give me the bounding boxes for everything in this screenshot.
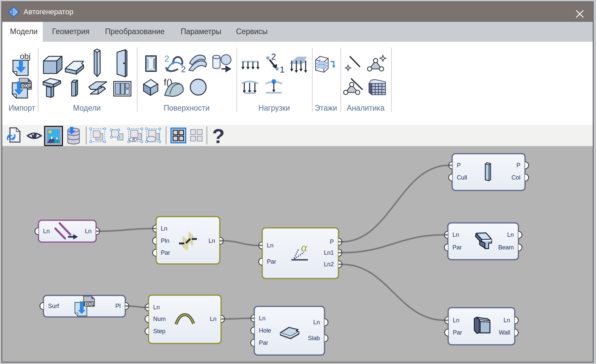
svg-text:Аналитика: Аналитика	[347, 104, 385, 112]
svg-text:Нагрузки: Нагрузки	[258, 104, 290, 112]
svg-text:Ln: Ln	[43, 228, 50, 234]
svg-text:Этажи: Этажи	[315, 104, 337, 112]
svg-text:Par: Par	[161, 249, 170, 256]
svg-text:Beam: Beam	[498, 244, 514, 251]
svg-text:Cull: Cull	[457, 174, 467, 181]
svg-text:Ln: Ln	[210, 316, 216, 322]
svg-text:P: P	[516, 162, 520, 169]
svg-text:P: P	[457, 162, 461, 169]
svg-text:Slab: Slab	[308, 335, 320, 341]
svg-text:Col: Col	[511, 174, 520, 181]
svg-text:α: α	[301, 241, 308, 254]
svg-text:Par: Par	[453, 329, 462, 336]
svg-text:Pl: Pl	[115, 303, 121, 309]
svg-text:Ln: Ln	[453, 317, 459, 324]
svg-text:Ln: Ln	[153, 304, 160, 311]
svg-text:Ln: Ln	[452, 232, 459, 238]
svg-text:Hole: Hole	[259, 327, 271, 334]
svg-text:Ln: Ln	[161, 225, 167, 232]
svg-text:Ln: Ln	[507, 232, 514, 238]
svg-text:2: 2	[181, 64, 186, 74]
svg-text:Модели: Модели	[73, 104, 100, 112]
svg-text:Wall: Wall	[499, 329, 510, 336]
svg-text:1: 1	[280, 65, 284, 75]
svg-text:Ln: Ln	[504, 317, 510, 324]
svg-text:Ln: Ln	[267, 242, 273, 249]
svg-text:Surf: Surf	[48, 303, 59, 309]
svg-text:DXF: DXF	[21, 83, 31, 88]
svg-text:P: P	[330, 238, 334, 245]
svg-text:Ln: Ln	[209, 237, 215, 244]
svg-text:DXF: DXF	[85, 301, 94, 307]
svg-text:obj: obj	[20, 52, 30, 61]
svg-text:Ln: Ln	[259, 315, 266, 322]
svg-text:Поверхности: Поверхности	[164, 104, 209, 112]
svg-text:2: 2	[271, 52, 276, 62]
svg-text:Par: Par	[452, 244, 462, 251]
svg-text:?: ?	[212, 125, 225, 146]
svg-text:Ln2: Ln2	[324, 261, 334, 268]
svg-text:Ln1: Ln1	[324, 249, 334, 256]
svg-text:Импорт: Импорт	[9, 104, 35, 112]
svg-text:Num: Num	[153, 316, 166, 322]
svg-text:Step: Step	[153, 328, 165, 335]
svg-text:Par: Par	[267, 258, 276, 265]
svg-text:2: 2	[164, 54, 169, 64]
svg-text:Ln: Ln	[313, 319, 320, 326]
svg-text:Ln: Ln	[85, 228, 91, 234]
svg-text:Par: Par	[259, 339, 268, 346]
svg-text:Pln: Pln	[161, 237, 169, 244]
